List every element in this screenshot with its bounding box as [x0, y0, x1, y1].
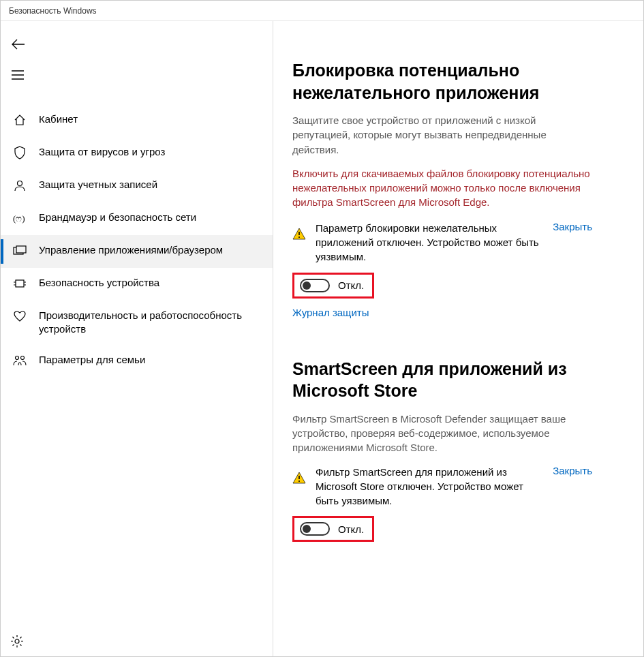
sidebar-item-label: Параметры для семьи	[39, 353, 145, 367]
svg-text:(ෆ): (ෆ)	[13, 213, 25, 224]
main-layout: Кабинет Защита от вирусов и угроз Защита…	[1, 21, 643, 656]
sidebar-item-label: Защита от вирусов и угроз	[39, 145, 165, 159]
sidebar-item-label: Управление приложениями/браузером	[39, 243, 223, 257]
menu-button[interactable]	[1, 65, 33, 85]
svg-point-5	[16, 356, 19, 359]
sidebar-item-home[interactable]: Кабинет	[1, 104, 273, 137]
back-arrow-icon	[12, 39, 25, 50]
smartscreen-dismiss-link[interactable]: Закрыть	[553, 465, 592, 476]
sidebar-item-label: Безопасность устройства	[39, 276, 159, 290]
section-pua: Блокировка потенциально нежелательного п…	[292, 59, 592, 318]
hamburger-icon	[12, 70, 24, 80]
sidebar-item-firewall[interactable]: (ෆ) Брандмауэр и безопасность сети	[1, 202, 273, 235]
heart-icon	[13, 309, 27, 323]
smartscreen-description: Фильтр SmartScreen в Microsoft Defender …	[292, 412, 592, 455]
protection-history-link[interactable]: Журнал защиты	[292, 307, 369, 318]
sidebar-item-family[interactable]: Параметры для семьи	[1, 345, 273, 378]
sidebar-item-virus[interactable]: Защита от вирусов и угроз	[1, 137, 273, 170]
gear-icon	[10, 635, 24, 648]
pua-alert-text: Параметр блокировки нежелательных прилож…	[316, 221, 539, 264]
smartscreen-toggle-row: Откл.	[292, 516, 374, 542]
smartscreen-alert: Фильтр SmartScreen для приложений из Mic…	[292, 465, 592, 508]
svg-rect-4	[16, 280, 24, 287]
content-area: Блокировка потенциально нежелательного п…	[273, 21, 643, 656]
family-icon	[13, 354, 27, 367]
sidebar-item-label: Брандмауэр и безопасность сети	[39, 211, 196, 224]
person-icon	[13, 179, 27, 192]
pua-toggle-row: Откл.	[292, 273, 374, 299]
titlebar: Безопасность Windows	[1, 1, 643, 21]
pua-heading: Блокировка потенциально нежелательного п…	[292, 59, 592, 104]
svg-point-9	[298, 480, 300, 482]
chip-icon	[13, 277, 27, 290]
pua-toggle[interactable]	[300, 279, 330, 292]
back-button[interactable]	[1, 33, 33, 55]
pua-description: Защитите свое устройство от приложений с…	[292, 113, 592, 157]
nav-list: Кабинет Защита от вирусов и угроз Защита…	[1, 104, 273, 378]
sidebar-item-performance[interactable]: Производительность и работоспособность у…	[1, 301, 273, 345]
svg-point-8	[298, 236, 300, 238]
smartscreen-toggle-label: Откл.	[338, 523, 364, 535]
pua-toggle-label: Откл.	[338, 279, 364, 291]
window-title: Безопасность Windows	[9, 6, 97, 16]
svg-rect-3	[16, 246, 26, 253]
svg-point-6	[21, 356, 25, 359]
smartscreen-toggle[interactable]	[300, 522, 330, 536]
home-icon	[13, 113, 27, 127]
network-icon: (ෆ)	[13, 211, 27, 225]
svg-point-7	[15, 639, 19, 643]
pua-alert: Параметр блокировки нежелательных прилож…	[292, 221, 592, 264]
warning-triangle-icon	[292, 472, 306, 484]
settings-button[interactable]	[10, 635, 24, 648]
sidebar-item-label: Производительность и работоспособность у…	[39, 309, 262, 337]
sidebar: Кабинет Защита от вирусов и угроз Защита…	[1, 21, 273, 656]
warning-triangle-icon	[292, 228, 306, 240]
svg-point-0	[18, 181, 22, 186]
app-browser-icon	[13, 244, 27, 258]
sidebar-item-label: Защита учетных записей	[39, 178, 157, 192]
smartscreen-alert-text: Фильтр SmartScreen для приложений из Mic…	[316, 465, 539, 508]
sidebar-item-device-security[interactable]: Безопасность устройства	[1, 268, 273, 301]
section-smartscreen-store: SmartScreen для приложений из Microsoft …	[292, 358, 592, 551]
pua-smartscreen-warning: Включить для скачиваемых файлов блокиров…	[292, 166, 592, 210]
shield-icon	[13, 146, 27, 159]
smartscreen-heading: SmartScreen для приложений из Microsoft …	[292, 358, 592, 402]
sidebar-item-account[interactable]: Защита учетных записей	[1, 170, 273, 202]
sidebar-item-label: Кабинет	[39, 112, 78, 126]
pua-dismiss-link[interactable]: Закрыть	[553, 221, 592, 232]
sidebar-item-app-browser[interactable]: Управление приложениями/браузером	[1, 235, 273, 268]
